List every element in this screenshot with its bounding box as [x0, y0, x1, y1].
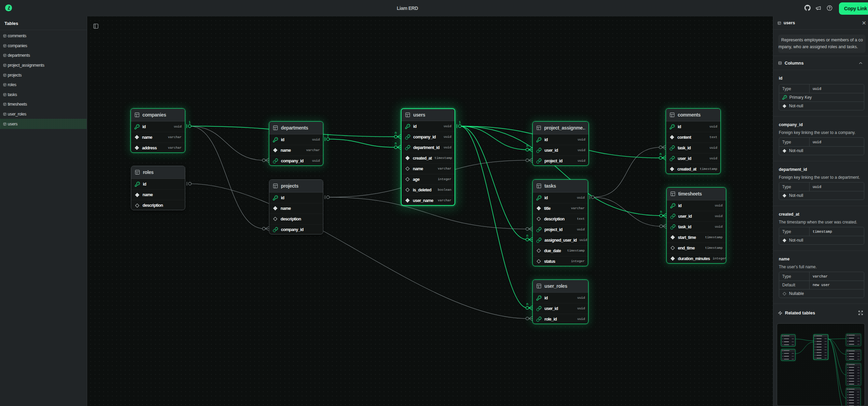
svg-text:n: n — [395, 131, 397, 135]
svg-text:n: n — [526, 234, 528, 238]
svg-text:1: 1 — [459, 121, 461, 124]
svg-text:n: n — [660, 152, 662, 156]
svg-text:1: 1 — [327, 134, 329, 137]
svg-text:1: 1 — [189, 121, 191, 124]
svg-text:n: n — [395, 142, 397, 146]
svg-text:n: n — [526, 144, 528, 148]
svg-text:n: n — [660, 210, 662, 214]
svg-text:n: n — [526, 302, 528, 306]
